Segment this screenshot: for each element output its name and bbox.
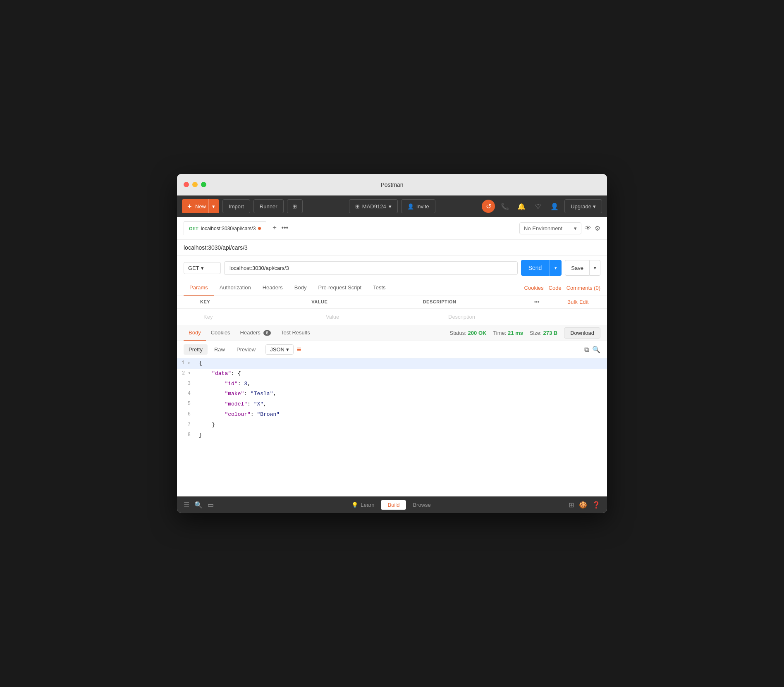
- settings-button[interactable]: ⚙: [595, 224, 600, 232]
- bulk-edit-link[interactable]: Bulk Edit: [567, 299, 600, 305]
- learn-icon: 💡: [351, 502, 358, 508]
- new-button[interactable]: ＋ New ▾: [182, 199, 219, 213]
- env-dropdown-icon: ▾: [574, 225, 577, 231]
- time-label: Time: 21 ms: [493, 330, 523, 336]
- heart-icon[interactable]: ♡: [531, 200, 545, 213]
- send-dropdown[interactable]: ▾: [549, 260, 562, 276]
- maximize-button[interactable]: [201, 182, 206, 187]
- code-line-4: 4 "make": "Tesla",: [177, 389, 607, 399]
- environment-select[interactable]: No Environment ▾: [519, 222, 581, 234]
- time-value: 21 ms: [508, 330, 523, 336]
- code-line-7: 7 }: [177, 420, 607, 430]
- save-dropdown[interactable]: ▾: [590, 260, 600, 276]
- response-tab-cookies[interactable]: Cookies: [206, 325, 235, 341]
- url-input[interactable]: [224, 261, 518, 275]
- grid-icon[interactable]: ⊞: [569, 501, 574, 509]
- line-num-7: 7: [177, 420, 196, 429]
- statusbar: ☰ 🔍 ▭ 💡 Learn Build Browse ⊞ 🍪 ❓: [177, 496, 607, 513]
- method-select[interactable]: GET ▾: [184, 262, 221, 274]
- tab-headers[interactable]: Headers: [257, 280, 289, 296]
- response-tab-test-results[interactable]: Test Results: [276, 325, 315, 341]
- download-button[interactable]: Download: [564, 327, 600, 339]
- format-tab-pretty[interactable]: Pretty: [184, 344, 208, 355]
- format-tab-raw[interactable]: Raw: [209, 344, 230, 355]
- nav-tab-right: Cookies Code Comments (0): [524, 285, 600, 291]
- word-wrap-button[interactable]: ≡: [297, 345, 301, 354]
- phone-icon[interactable]: 📞: [498, 200, 512, 213]
- tab-authorization[interactable]: Authorization: [214, 280, 257, 296]
- new-dropdown-icon[interactable]: ▾: [208, 199, 215, 213]
- more-actions[interactable]: •••: [534, 299, 567, 305]
- invite-button[interactable]: 👤 Invite: [401, 199, 435, 213]
- headers-badge: 6: [263, 330, 271, 336]
- eye-button[interactable]: 👁: [585, 224, 591, 232]
- line-content-4: "make": "Tesla",: [196, 389, 607, 399]
- description-header: DESCRIPTION: [423, 299, 534, 305]
- format-tab-preview[interactable]: Preview: [232, 344, 261, 355]
- description-cell[interactable]: [445, 312, 567, 322]
- nav-tabs: Params Authorization Headers Body Pre-re…: [177, 280, 607, 296]
- notification-icon[interactable]: 🔔: [515, 200, 528, 213]
- tab-params[interactable]: Params: [184, 280, 214, 296]
- request-tab[interactable]: GET localhost:3030/api/cars/3: [184, 221, 266, 235]
- method-value: GET: [188, 265, 199, 271]
- camera-button[interactable]: ⊞: [287, 199, 303, 213]
- tab-prerequest[interactable]: Pre-request Script: [312, 280, 367, 296]
- browse-button[interactable]: Browse: [413, 502, 430, 508]
- copy-button[interactable]: ⧉: [584, 346, 589, 353]
- size-value: 273 B: [543, 330, 557, 336]
- save-button[interactable]: Save: [565, 260, 590, 276]
- line-num-6: 6: [177, 410, 196, 419]
- more-tabs-button[interactable]: •••: [281, 224, 288, 231]
- add-tab-button[interactable]: ＋: [271, 223, 278, 232]
- tab-body[interactable]: Body: [289, 280, 313, 296]
- key-cell[interactable]: [200, 312, 323, 322]
- tab-tests[interactable]: Tests: [367, 280, 391, 296]
- cookies-link[interactable]: Cookies: [524, 285, 544, 291]
- code-line-1: 1 ▸ {: [177, 358, 607, 369]
- params-row-1: [177, 309, 607, 325]
- toolbar-right: ↺ 📞 🔔 ♡ 👤 Upgrade ▾: [482, 199, 602, 213]
- avatar[interactable]: 👤: [548, 200, 561, 213]
- line-content-6: "colour": "Brown": [196, 410, 607, 420]
- build-button[interactable]: Build: [381, 500, 406, 510]
- sync-button[interactable]: ↺: [482, 200, 495, 213]
- format-select[interactable]: JSON ▾: [265, 344, 294, 355]
- toolbar: ＋ New ▾ Import Runner ⊞ ⊞ MAD9124 ▾ 👤 In…: [177, 196, 607, 217]
- key-input[interactable]: [203, 314, 319, 320]
- cookie-icon[interactable]: 🍪: [579, 501, 587, 509]
- env-controls: No Environment ▾ 👁 ⚙: [519, 222, 600, 234]
- runner-button[interactable]: Runner: [253, 199, 284, 213]
- format-icons: ⧉ 🔍: [584, 346, 600, 353]
- response-tab-headers[interactable]: Headers 6: [235, 325, 276, 341]
- value-cell[interactable]: [323, 312, 445, 322]
- response-tab-body[interactable]: Body: [184, 325, 206, 341]
- search-icon[interactable]: 🔍: [194, 501, 203, 509]
- params-header: KEY VALUE DESCRIPTION ••• Bulk Edit: [177, 296, 607, 309]
- request-meta-row: GET localhost:3030/api/cars/3 ＋ ••• No E…: [177, 217, 607, 240]
- send-button[interactable]: Send: [521, 260, 550, 276]
- comments-link[interactable]: Comments (0): [566, 285, 600, 291]
- request-title: localhost:3030/api/cars/3: [184, 244, 248, 251]
- method-dropdown-icon: ▾: [201, 265, 204, 271]
- status-label: Status: 200 OK: [450, 330, 487, 336]
- minimize-button[interactable]: [192, 182, 198, 187]
- statusbar-right: ⊞ 🍪 ❓: [569, 501, 600, 509]
- close-button[interactable]: [184, 182, 189, 187]
- import-button[interactable]: Import: [222, 199, 250, 213]
- sidebar-toggle-icon[interactable]: ☰: [184, 501, 189, 509]
- search-response-button[interactable]: 🔍: [592, 346, 600, 353]
- description-input[interactable]: [448, 314, 564, 320]
- code-link[interactable]: Code: [549, 285, 562, 291]
- learn-button[interactable]: 💡 Learn: [351, 502, 374, 508]
- new-label: New: [195, 203, 206, 210]
- value-input[interactable]: [326, 314, 442, 320]
- code-line-6: 6 "colour": "Brown": [177, 410, 607, 420]
- workspace-button[interactable]: ⊞ MAD9124 ▾: [349, 199, 398, 213]
- upgrade-button[interactable]: Upgrade ▾: [564, 199, 602, 213]
- code-line-2: 2 ▾ "data": {: [177, 369, 607, 379]
- layout-icon[interactable]: ▭: [208, 501, 214, 509]
- line-num-3: 3: [177, 379, 196, 389]
- help-icon[interactable]: ❓: [592, 501, 600, 509]
- format-dropdown-icon: ▾: [286, 346, 289, 353]
